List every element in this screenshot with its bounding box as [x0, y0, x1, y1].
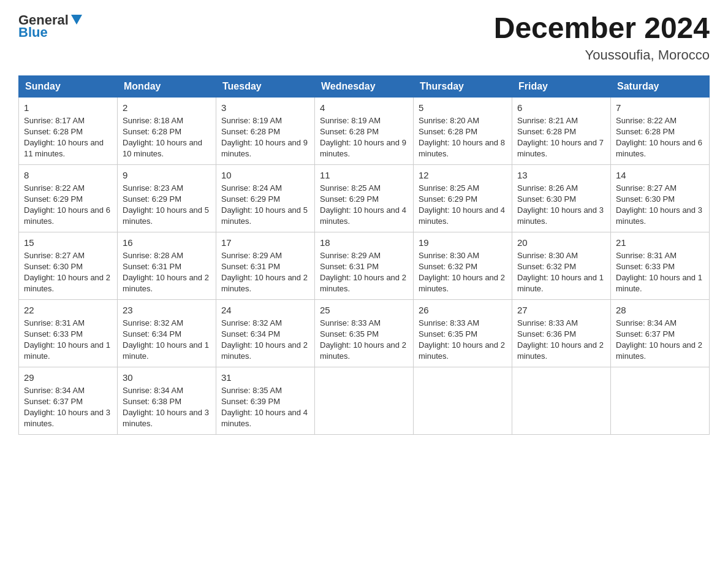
calendar-week-row: 8Sunrise: 8:22 AMSunset: 6:29 PMDaylight…	[19, 164, 710, 232]
day-info: Sunrise: 8:29 AMSunset: 6:31 PMDaylight:…	[320, 251, 406, 294]
day-info: Sunrise: 8:22 AMSunset: 6:28 PMDaylight:…	[616, 116, 702, 159]
day-info: Sunrise: 8:33 AMSunset: 6:36 PMDaylight:…	[517, 318, 604, 361]
day-number: 31	[221, 371, 309, 384]
calendar-table: SundayMondayTuesdayWednesdayThursdayFrid…	[18, 75, 710, 435]
page-header: General Blue December 2024 Youssoufia, M…	[18, 12, 710, 63]
column-header-thursday: Thursday	[414, 75, 512, 97]
calendar-cell: 24Sunrise: 8:32 AMSunset: 6:34 PMDayligh…	[216, 299, 315, 367]
day-info: Sunrise: 8:27 AMSunset: 6:30 PMDaylight:…	[616, 183, 702, 226]
day-number: 18	[320, 236, 408, 249]
location-text: Youssoufia, Morocco	[494, 47, 710, 63]
calendar-cell	[315, 367, 414, 434]
day-number: 30	[123, 371, 211, 384]
day-number: 29	[24, 371, 112, 384]
calendar-cell: 16Sunrise: 8:28 AMSunset: 6:31 PMDayligh…	[118, 232, 216, 299]
day-info: Sunrise: 8:31 AMSunset: 6:33 PMDaylight:…	[616, 251, 702, 294]
day-info: Sunrise: 8:19 AMSunset: 6:28 PMDaylight:…	[320, 116, 406, 159]
title-block: December 2024 Youssoufia, Morocco	[494, 12, 710, 63]
calendar-cell: 5Sunrise: 8:20 AMSunset: 6:28 PMDaylight…	[414, 97, 512, 164]
logo: General Blue	[18, 12, 83, 40]
day-info: Sunrise: 8:32 AMSunset: 6:34 PMDaylight:…	[123, 318, 209, 361]
calendar-cell: 21Sunrise: 8:31 AMSunset: 6:33 PMDayligh…	[611, 232, 710, 299]
day-number: 28	[616, 304, 704, 316]
calendar-cell: 15Sunrise: 8:27 AMSunset: 6:30 PMDayligh…	[19, 232, 118, 299]
calendar-cell: 14Sunrise: 8:27 AMSunset: 6:30 PMDayligh…	[611, 164, 710, 232]
calendar-cell: 18Sunrise: 8:29 AMSunset: 6:31 PMDayligh…	[315, 232, 414, 299]
calendar-cell: 10Sunrise: 8:24 AMSunset: 6:29 PMDayligh…	[216, 164, 315, 232]
calendar-cell: 26Sunrise: 8:33 AMSunset: 6:35 PMDayligh…	[414, 299, 512, 367]
day-number: 27	[517, 304, 605, 316]
day-number: 14	[616, 169, 704, 182]
day-number: 4	[320, 101, 408, 114]
column-header-wednesday: Wednesday	[315, 75, 414, 97]
column-header-saturday: Saturday	[611, 75, 710, 97]
day-number: 20	[517, 236, 605, 249]
day-info: Sunrise: 8:27 AMSunset: 6:30 PMDaylight:…	[24, 251, 110, 294]
calendar-cell: 17Sunrise: 8:29 AMSunset: 6:31 PMDayligh…	[216, 232, 315, 299]
column-header-friday: Friday	[512, 75, 611, 97]
day-info: Sunrise: 8:35 AMSunset: 6:39 PMDaylight:…	[221, 386, 308, 429]
day-info: Sunrise: 8:18 AMSunset: 6:28 PMDaylight:…	[123, 116, 202, 159]
day-info: Sunrise: 8:34 AMSunset: 6:37 PMDaylight:…	[24, 386, 110, 429]
column-header-monday: Monday	[118, 75, 216, 97]
calendar-cell	[512, 367, 611, 434]
calendar-cell: 2Sunrise: 8:18 AMSunset: 6:28 PMDaylight…	[118, 97, 216, 164]
calendar-cell: 23Sunrise: 8:32 AMSunset: 6:34 PMDayligh…	[118, 299, 216, 367]
day-number: 6	[517, 101, 605, 114]
day-number: 21	[616, 236, 704, 249]
day-info: Sunrise: 8:29 AMSunset: 6:31 PMDaylight:…	[221, 251, 308, 294]
day-info: Sunrise: 8:34 AMSunset: 6:37 PMDaylight:…	[616, 318, 702, 361]
column-header-tuesday: Tuesday	[216, 75, 315, 97]
calendar-cell: 8Sunrise: 8:22 AMSunset: 6:29 PMDaylight…	[19, 164, 118, 232]
calendar-cell: 27Sunrise: 8:33 AMSunset: 6:36 PMDayligh…	[512, 299, 611, 367]
day-info: Sunrise: 8:33 AMSunset: 6:35 PMDaylight:…	[419, 318, 505, 361]
calendar-cell: 7Sunrise: 8:22 AMSunset: 6:28 PMDaylight…	[611, 97, 710, 164]
calendar-cell: 25Sunrise: 8:33 AMSunset: 6:35 PMDayligh…	[315, 299, 414, 367]
day-number: 26	[419, 304, 507, 316]
day-info: Sunrise: 8:31 AMSunset: 6:33 PMDaylight:…	[24, 318, 110, 361]
day-info: Sunrise: 8:26 AMSunset: 6:30 PMDaylight:…	[517, 183, 604, 226]
day-number: 8	[24, 169, 112, 182]
day-number: 24	[221, 304, 309, 316]
day-number: 5	[419, 101, 507, 114]
day-info: Sunrise: 8:24 AMSunset: 6:29 PMDaylight:…	[221, 183, 308, 226]
day-info: Sunrise: 8:30 AMSunset: 6:32 PMDaylight:…	[419, 251, 505, 294]
calendar-week-row: 15Sunrise: 8:27 AMSunset: 6:30 PMDayligh…	[19, 232, 710, 299]
day-number: 17	[221, 236, 309, 249]
calendar-week-row: 29Sunrise: 8:34 AMSunset: 6:37 PMDayligh…	[19, 367, 710, 434]
month-title: December 2024	[494, 12, 710, 45]
day-info: Sunrise: 8:34 AMSunset: 6:38 PMDaylight:…	[123, 386, 209, 429]
calendar-cell: 1Sunrise: 8:17 AMSunset: 6:28 PMDaylight…	[19, 97, 118, 164]
day-number: 7	[616, 101, 704, 114]
logo-blue-text: Blue	[18, 25, 48, 40]
calendar-cell: 19Sunrise: 8:30 AMSunset: 6:32 PMDayligh…	[414, 232, 512, 299]
day-number: 13	[517, 169, 605, 182]
day-info: Sunrise: 8:20 AMSunset: 6:28 PMDaylight:…	[419, 116, 505, 159]
day-number: 10	[221, 169, 309, 182]
day-number: 1	[24, 101, 112, 114]
day-info: Sunrise: 8:32 AMSunset: 6:34 PMDaylight:…	[221, 318, 308, 361]
calendar-cell: 6Sunrise: 8:21 AMSunset: 6:28 PMDaylight…	[512, 97, 611, 164]
day-info: Sunrise: 8:17 AMSunset: 6:28 PMDaylight:…	[24, 116, 104, 159]
day-number: 9	[123, 169, 211, 182]
calendar-cell: 31Sunrise: 8:35 AMSunset: 6:39 PMDayligh…	[216, 367, 315, 434]
calendar-cell: 30Sunrise: 8:34 AMSunset: 6:38 PMDayligh…	[118, 367, 216, 434]
day-info: Sunrise: 8:25 AMSunset: 6:29 PMDaylight:…	[419, 183, 505, 226]
svg-marker-0	[71, 15, 82, 25]
day-info: Sunrise: 8:25 AMSunset: 6:29 PMDaylight:…	[320, 183, 406, 226]
day-number: 11	[320, 169, 408, 182]
calendar-cell: 11Sunrise: 8:25 AMSunset: 6:29 PMDayligh…	[315, 164, 414, 232]
day-info: Sunrise: 8:22 AMSunset: 6:29 PMDaylight:…	[24, 183, 110, 226]
calendar-cell: 4Sunrise: 8:19 AMSunset: 6:28 PMDaylight…	[315, 97, 414, 164]
day-number: 22	[24, 304, 112, 316]
calendar-cell: 13Sunrise: 8:26 AMSunset: 6:30 PMDayligh…	[512, 164, 611, 232]
day-info: Sunrise: 8:21 AMSunset: 6:28 PMDaylight:…	[517, 116, 604, 159]
day-number: 19	[419, 236, 507, 249]
calendar-week-row: 22Sunrise: 8:31 AMSunset: 6:33 PMDayligh…	[19, 299, 710, 367]
calendar-cell: 20Sunrise: 8:30 AMSunset: 6:32 PMDayligh…	[512, 232, 611, 299]
day-number: 25	[320, 304, 408, 316]
calendar-cell: 28Sunrise: 8:34 AMSunset: 6:37 PMDayligh…	[611, 299, 710, 367]
calendar-cell: 12Sunrise: 8:25 AMSunset: 6:29 PMDayligh…	[414, 164, 512, 232]
day-info: Sunrise: 8:23 AMSunset: 6:29 PMDaylight:…	[123, 183, 209, 226]
day-number: 23	[123, 304, 211, 316]
